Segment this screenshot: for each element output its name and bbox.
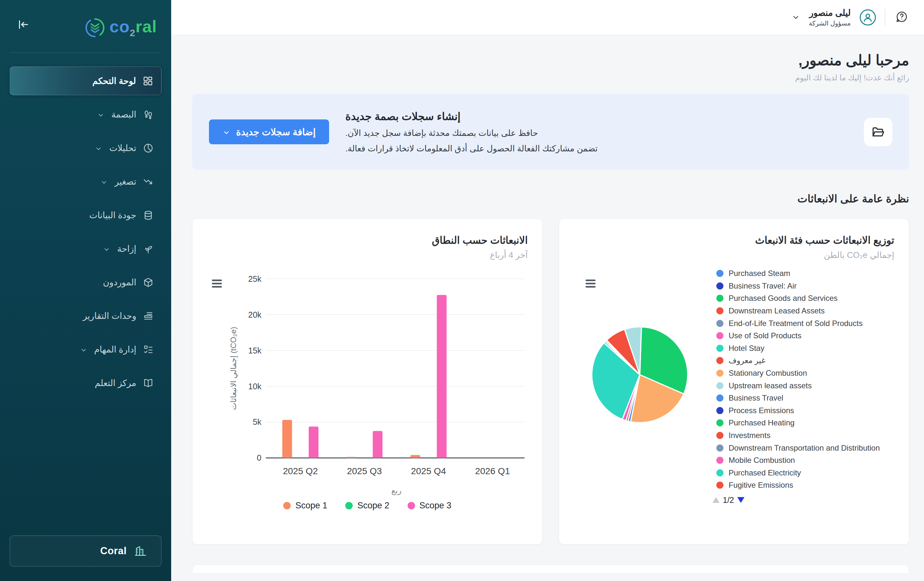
legend-dot [283, 502, 290, 509]
svg-text:25k: 25k [248, 274, 262, 283]
legend-label: Scope 3 [419, 500, 452, 511]
sidebar-item[interactable]: إزاحة [10, 234, 162, 263]
legend-label: Upstream leased assets [729, 381, 812, 390]
legend-item[interactable]: Downstream Leased Assets [716, 305, 894, 317]
legend-label: Stationary Combustion [729, 369, 807, 378]
sidebar-item-label: إدارة المهام [94, 344, 136, 355]
add-new-records-button[interactable]: إضافة سجلات جديدة [209, 119, 329, 144]
sidebar-item[interactable]: مركز التعلم [10, 369, 162, 397]
legend-item[interactable]: Scope 2 [345, 500, 389, 511]
legend-dot [716, 469, 723, 476]
sidebar-item[interactable]: وحدات التقارير [10, 301, 162, 330]
legend-item[interactable]: Purchased Electricity [716, 467, 894, 479]
legend-label: Scope 1 [295, 500, 327, 511]
help-icon[interactable] [894, 10, 909, 25]
user-role: مسؤول الشركة [809, 19, 851, 27]
bar-chart-card: الانبعاثات حسب النطاق آخر 4 أرباع 05k10k… [192, 219, 543, 545]
collapse-sidebar-icon[interactable] [17, 18, 30, 31]
legend-label: Mobile Combustion [729, 456, 795, 465]
legend-dot [345, 502, 353, 509]
sidebar-divider [10, 53, 162, 53]
header-divider [885, 9, 885, 26]
svg-text:2026 Q1: 2026 Q1 [475, 466, 510, 476]
sidebar-item[interactable]: جودة البيانات [10, 201, 162, 229]
legend-item[interactable]: Mobile Combustion [716, 454, 894, 467]
legend-dot [716, 395, 723, 402]
legend-item[interactable]: Stationary Combustion [716, 367, 894, 380]
svg-text:2025 Q2: 2025 Q2 [283, 466, 318, 476]
legend-label: Investments [729, 431, 770, 440]
offset-icon [143, 244, 154, 254]
sidebar-item[interactable]: الموردون [10, 268, 162, 296]
dashboard-icon [142, 76, 153, 87]
legend-label: Purchased Electricity [729, 468, 801, 477]
sidebar-item[interactable]: تصغير [10, 167, 162, 196]
pie-legend: Purchased Steam Business Travel: Air [713, 267, 894, 492]
legend-item[interactable]: Purchased Heating [716, 417, 894, 429]
sidebar-item[interactable]: إدارة المهام [10, 335, 162, 364]
sidebar-item[interactable]: لوحة التحكم [10, 66, 162, 95]
user-menu-chevron-icon[interactable] [792, 13, 800, 21]
suppliers-icon [143, 277, 154, 288]
legend-item[interactable]: Scope 1 [283, 500, 327, 511]
legend-item[interactable]: Fugitive Emissions [716, 479, 894, 492]
building-icon [134, 545, 147, 558]
legend-label: Fugitive Emissions [729, 481, 793, 490]
banner-line-1: حافظ على بيانات بصمتك محدثة بإضافة سجل ج… [345, 128, 597, 138]
svg-text:10k: 10k [248, 382, 262, 391]
next-card-top-edge [192, 565, 909, 573]
chart-menu-icon[interactable] [586, 280, 596, 288]
avatar[interactable] [860, 9, 876, 25]
svg-text:إجمالي الانبعاثات (tCO₂e): إجمالي الانبعاثات (tCO₂e) [229, 327, 238, 410]
legend-item[interactable]: Purchased Goods and Services [716, 292, 894, 305]
legend-item[interactable]: Scope 3 [408, 500, 452, 511]
sidebar-item[interactable]: تحليلات [10, 133, 162, 162]
chart-menu-icon[interactable] [212, 280, 222, 288]
coral-leaf-icon [85, 18, 105, 38]
organization-card[interactable]: Coral [10, 535, 162, 566]
emissions-overview-title: نظرة عامة على الانبعاثات [192, 193, 909, 205]
bar-chart[interactable]: 05k10k15k20k25kScope 1: 5300Scope 1: 140… [207, 265, 528, 499]
legend-dot [716, 457, 723, 464]
legend-item[interactable]: Purchased Steam [716, 267, 894, 280]
tasks-icon [143, 344, 154, 355]
legend-item[interactable]: غير معروف [716, 354, 894, 367]
page-up-icon[interactable] [713, 497, 719, 503]
legend-label: End-of-Life Treatment of Sold Products [729, 319, 863, 328]
legend-item[interactable]: Upstream leased assets [716, 379, 894, 392]
legend-label: Use of Sold Products [729, 331, 801, 340]
legend-item[interactable]: Business Travel: Air [716, 280, 894, 293]
svg-text:0: 0 [257, 453, 261, 462]
data-quality-icon [143, 210, 154, 221]
sidebar-item[interactable]: البصمة [10, 100, 162, 129]
legend-label: Purchased Heating [729, 418, 794, 427]
legend-dot [716, 357, 723, 364]
legend-item[interactable]: Use of Sold Products [716, 329, 894, 342]
legend-item[interactable]: Hotel Stay [716, 342, 894, 355]
chevron-down-icon [103, 245, 110, 252]
legend-item[interactable]: End-of-Life Treatment of Sold Products [716, 317, 894, 329]
sidebar-item-label: جودة البيانات [89, 210, 136, 221]
pie-chart[interactable]: Purchased Goods and Services: 31%Station… [574, 267, 713, 505]
svg-text:5k: 5k [253, 417, 262, 426]
page-down-icon[interactable] [738, 497, 744, 503]
legend-item[interactable]: Downstream Transportation and Distributi… [716, 441, 894, 454]
pie-chart-body: Purchased Goods and Services: 31%Station… [574, 267, 894, 505]
user-menu[interactable]: ليلى منصور مسؤول الشركة [809, 8, 851, 27]
page-subtitle: رائع أنك عدت! إليك ما لدينا لك اليوم [192, 73, 909, 82]
svg-text:2025 Q3: 2025 Q3 [347, 466, 382, 476]
legend-label: Scope 2 [357, 500, 389, 511]
legend-item[interactable]: Investments [716, 429, 894, 442]
legend-label: Purchased Goods and Services [729, 294, 838, 303]
legend-dot [716, 382, 723, 389]
pie-card-subtitle: إجمالي CO₂e بالطن [574, 250, 894, 260]
pie-card-title: توزيع الانبعاثات حسب فئة الانبعاث [574, 234, 894, 246]
legend-item[interactable]: Process Emissions [716, 405, 894, 417]
organization-name: Coral [100, 545, 127, 557]
create-records-banner: إضافة سجلات جديدة إنشاء سجلات بصمة جديدة… [192, 94, 909, 170]
svg-text:20k: 20k [248, 310, 262, 319]
sidebar: co2ral لوحة التحكم [0, 0, 171, 581]
legend-dot [716, 444, 723, 451]
legend-dot [716, 370, 723, 377]
legend-item[interactable]: Business Travel [716, 392, 894, 405]
